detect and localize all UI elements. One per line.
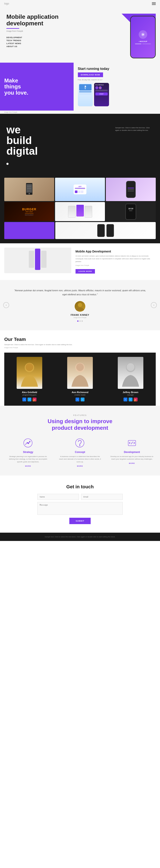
testimonial-next-button[interactable]: › xyxy=(151,302,157,308)
download-button[interactable]: DOWNLOAD NOW xyxy=(78,72,103,77)
mobile-dev-content: Mobile App Development Ut enim ad minim … xyxy=(76,248,156,276)
jeffrey-facebook-icon[interactable]: f xyxy=(124,398,127,401)
alex-facebook-icon[interactable]: f xyxy=(22,398,26,401)
our-team-section: Our Team Sample text. Click to select th… xyxy=(0,330,160,406)
feature-strategy: Strategy Strategic planning is an organi… xyxy=(4,438,52,467)
alex-photo xyxy=(17,357,42,389)
testimonial-prev-button[interactable]: ‹ xyxy=(3,302,9,308)
features-section: FEATURES Using design to improve product… xyxy=(0,406,160,475)
team-credit: Images from Freepik xyxy=(4,347,156,348)
svg-point-8 xyxy=(26,363,33,371)
hero-subtitle: Image from Freepik xyxy=(6,30,81,32)
phone-mockup: • MOCKUP xyxy=(130,16,156,58)
ann-facebook-icon[interactable]: f xyxy=(76,398,79,401)
section3-dot-decoration xyxy=(6,163,8,165)
portfolio-item-4: BURGER EST. 2010 RESTAURANT xyxy=(4,202,54,221)
testimonial-dot-3[interactable] xyxy=(81,320,83,322)
jeffrey-twitter-icon[interactable]: t xyxy=(129,398,132,401)
app-screen-1 xyxy=(78,83,93,106)
portfolio-mockup-white xyxy=(55,222,156,239)
jeffrey-social: f t ◎ xyxy=(108,398,153,401)
svg-point-16 xyxy=(79,444,80,445)
testimonial-dots xyxy=(13,320,147,322)
development-link[interactable]: MORE xyxy=(110,462,154,464)
svg-point-5 xyxy=(29,193,30,194)
svg-point-12 xyxy=(127,363,134,371)
portfolio-item-6: 10:10 MON xyxy=(106,202,156,221)
mobile-dev-desc: Ut enim ad minim veniam, quis nostrud ex… xyxy=(76,255,156,263)
learn-more-button[interactable]: LEARN MORE xyxy=(76,269,95,274)
jeffrey-instagram-icon[interactable]: ◎ xyxy=(134,398,138,401)
testimonial-section: ‹ "Aenean pulvinar dui ornare, feugiat l… xyxy=(0,280,160,331)
hero-right: • MOCKUP 🎧 xyxy=(81,13,156,58)
form-row-1 xyxy=(37,494,123,500)
svg-point-6 xyxy=(78,303,82,307)
nav-latest-news[interactable]: LATEST NEWS xyxy=(6,42,81,44)
logo: logo xyxy=(4,2,9,5)
submit-button[interactable]: SUBMIT xyxy=(69,518,91,524)
ann-photo xyxy=(67,357,93,389)
section3-description: Sample text. Click to select the text bo… xyxy=(115,127,154,132)
features-label: FEATURES xyxy=(4,414,156,416)
contact-title: Get in touch xyxy=(4,484,156,490)
message-textarea[interactable] xyxy=(37,502,123,515)
ann-twitter-icon[interactable]: t xyxy=(81,398,84,401)
portfolio-item-2: APP xyxy=(55,178,105,201)
testimonial-dot-2[interactable] xyxy=(79,320,81,322)
hero-underline xyxy=(6,28,19,29)
music-icon xyxy=(139,30,147,39)
testimonial-dot-1[interactable] xyxy=(77,320,79,322)
hero-title: Mobile application development xyxy=(6,13,81,27)
email-input[interactable] xyxy=(81,494,123,500)
strategy-desc: Strategic planning is an organization's … xyxy=(6,455,50,463)
development-title: Development xyxy=(110,451,154,454)
make-things-section: Makethingsyou love. Start running today … xyxy=(0,63,160,111)
ann-role: creative leader xyxy=(58,394,102,396)
alex-social: f t ◎ xyxy=(7,398,52,401)
strategy-icon xyxy=(23,438,33,448)
team-grid: Alex Grinfield programming guru f t ◎ An… xyxy=(4,352,156,406)
svg-point-2 xyxy=(85,86,86,87)
running-title: Start running today xyxy=(78,67,156,71)
hamburger-menu[interactable] xyxy=(152,2,156,5)
portfolio-purple-block xyxy=(4,222,54,239)
development-desc: Develop an on-demand app for your indust… xyxy=(110,455,154,461)
name-input[interactable] xyxy=(37,494,79,500)
contact-form: SUBMIT xyxy=(37,494,123,524)
jeffrey-role: manager xyxy=(108,394,153,396)
contact-section: Get in touch SUBMIT xyxy=(0,475,160,533)
footer-text: Sample text. Click to select the text bl… xyxy=(4,536,156,538)
feature-development: Development Develop an on-demand app for… xyxy=(108,438,156,467)
ann-social: f t xyxy=(58,398,102,401)
feature-concept: Concept A business concept is a statemen… xyxy=(56,438,104,467)
we-build-digital-section: we build digital Sample text. Click to s… xyxy=(0,114,160,176)
alex-name: Alex Grinfield xyxy=(7,391,52,394)
trial-text: Free 30-day trial. macOS 10.11+ xyxy=(78,79,156,81)
portfolio-section: APP BURGER EST. 2010 xyxy=(0,176,160,243)
running-section: Start running today DOWNLOAD NOW Free 30… xyxy=(74,63,160,111)
hero-left: Mobile application development Image fro… xyxy=(6,13,81,58)
mockup-label: • MOCKUP xyxy=(139,40,148,42)
strategy-link[interactable]: MORE xyxy=(6,465,50,467)
nav-tech-trends[interactable]: TECH TRENDS xyxy=(6,39,81,41)
app-screens: Your Workout 🏃 💪 START xyxy=(78,83,156,106)
our-team-description: Sample text. Click to select the text bo… xyxy=(4,343,156,346)
alex-instagram-icon[interactable]: ◎ xyxy=(33,398,36,401)
jeffrey-photo xyxy=(118,357,143,389)
nav-about-us[interactable]: ABOUT US xyxy=(6,45,81,48)
concept-title: Concept xyxy=(58,451,102,454)
concept-link[interactable]: MORE xyxy=(58,465,102,467)
testimonial-name: FRANK KINNEY xyxy=(13,314,147,316)
testimonial-avatar xyxy=(75,301,85,312)
concept-desc: A business concept is a statement that d… xyxy=(58,455,102,463)
our-team-title: Our Team xyxy=(4,337,156,342)
make-things-left: Makethingsyou love. xyxy=(0,63,74,111)
alex-twitter-icon[interactable]: t xyxy=(28,398,31,401)
nav-development[interactable]: DEVELOPMENT xyxy=(6,36,81,38)
features-grid: Strategy Strategic planning is an organi… xyxy=(4,438,156,467)
portfolio-item-1 xyxy=(4,178,54,201)
ann-name: Ann Richmond xyxy=(58,391,102,394)
phone-screen: • MOCKUP xyxy=(131,17,155,58)
features-title: Using design to improve product developm… xyxy=(4,418,156,431)
team-member-alex: Alex Grinfield programming guru f t ◎ xyxy=(4,352,55,406)
